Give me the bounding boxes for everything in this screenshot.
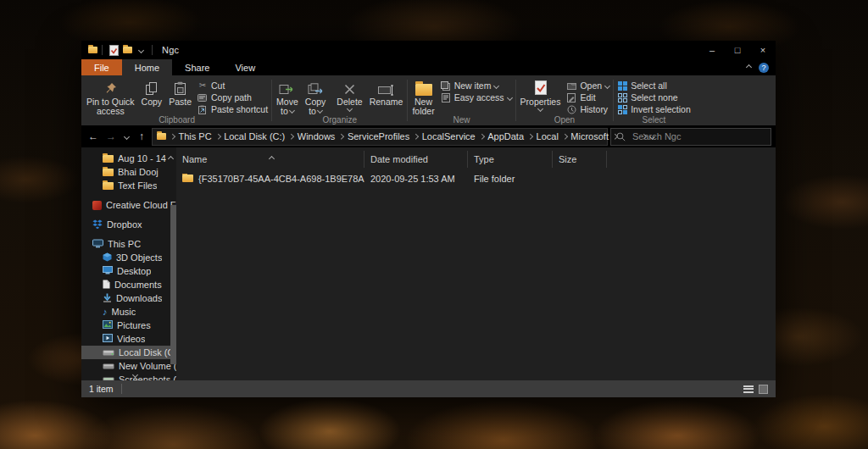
edit-button[interactable]: Edit xyxy=(564,91,612,103)
breadcrumb-separator xyxy=(413,134,418,139)
rename-icon xyxy=(378,85,394,96)
drive-icon xyxy=(103,361,114,371)
copy-path-icon xyxy=(198,94,208,102)
qat-customize-dropdown[interactable] xyxy=(134,42,147,58)
file-row[interactable]: {F35170B7-45AA-4CB4-A698-1B9E78ACD713} 2… xyxy=(176,169,776,187)
videos-icon xyxy=(103,334,113,344)
column-headers: Name Date modified Type Size xyxy=(176,151,776,168)
title-bar[interactable]: Ngc – □ × xyxy=(81,41,776,59)
up-button[interactable]: ↑ xyxy=(134,128,149,145)
pin-to-quick-access-button[interactable]: Pin to Quick access xyxy=(83,77,138,115)
breadcrumb-serviceprofiles[interactable]: ServiceProfiles xyxy=(348,131,409,141)
forward-button[interactable]: → xyxy=(103,128,119,145)
easy-access-button[interactable]: Easy access xyxy=(438,91,515,103)
column-header-size[interactable]: Size xyxy=(553,151,607,168)
sidebar-scroll-down-icon[interactable] xyxy=(133,369,137,379)
back-button[interactable]: ← xyxy=(86,128,101,145)
group-label-open: Open xyxy=(517,115,613,125)
open-button[interactable]: Open xyxy=(564,80,612,91)
breadcrumb-microsoft[interactable]: Microsoft xyxy=(570,131,609,141)
breadcrumb-local-disk[interactable]: Local Disk (C:) xyxy=(224,131,285,141)
paste-button[interactable]: Paste xyxy=(165,77,195,107)
properties-button[interactable]: Properties xyxy=(517,77,565,111)
sidebar-item-screenshots-network[interactable]: Screenshots (\\1 xyxy=(81,373,176,380)
chevron-down-icon xyxy=(493,82,499,88)
paste-shortcut-button[interactable]: Paste shortcut xyxy=(195,103,270,115)
chevron-down-icon xyxy=(317,108,323,114)
breadcrumb-windows[interactable]: Windows xyxy=(298,131,336,141)
sidebar-item-pictures[interactable]: Pictures xyxy=(81,319,176,332)
maximize-button[interactable]: □ xyxy=(725,41,750,59)
easy-access-icon xyxy=(441,93,451,103)
chevron-down-icon xyxy=(123,133,129,139)
large-icons-view-button[interactable] xyxy=(759,385,768,394)
pin-icon xyxy=(104,82,117,96)
sidebar-scrollbar[interactable] xyxy=(170,205,176,364)
ribbon-divider xyxy=(407,80,408,121)
sidebar-scroll-up-icon[interactable] xyxy=(169,152,173,163)
select-all-button[interactable]: Select all xyxy=(615,80,693,91)
address-bar[interactable]: This PC Local Disk (C:) Windows ServiceP… xyxy=(152,128,608,146)
folder-icon xyxy=(103,169,114,176)
sidebar-item-dropbox[interactable]: Dropbox xyxy=(81,218,176,231)
sidebar-item-documents[interactable]: Documents xyxy=(81,278,176,291)
copy-icon xyxy=(145,81,159,96)
chevron-down-icon xyxy=(507,94,513,100)
new-item-button[interactable]: New item xyxy=(438,80,515,91)
ribbon-group-new: New folder New item Easy access xyxy=(409,76,514,125)
qat-properties-button[interactable] xyxy=(107,42,120,58)
sidebar-item-this-pc[interactable]: This PC xyxy=(81,237,176,251)
ribbon-tab-row: File Home Share View ? xyxy=(81,59,776,75)
breadcrumb-local[interactable]: Local xyxy=(537,131,559,141)
select-none-button[interactable]: Select none xyxy=(615,91,693,103)
sidebar-item-aug-10-14[interactable]: Aug 10 - 14 xyxy=(81,152,176,165)
copy-button[interactable]: Copy xyxy=(138,77,166,107)
column-header-name[interactable]: Name xyxy=(176,151,364,168)
invert-selection-button[interactable]: Invert selection xyxy=(615,103,693,115)
rename-button[interactable]: Rename xyxy=(366,77,407,107)
divider xyxy=(102,45,103,55)
help-icon[interactable]: ? xyxy=(759,63,769,73)
sidebar-item-local-disk-c[interactable]: Local Disk (C:) xyxy=(81,346,176,359)
column-header-type[interactable]: Type xyxy=(468,151,553,168)
minimize-button[interactable]: – xyxy=(699,41,725,59)
tab-home[interactable]: Home xyxy=(122,59,172,75)
close-button[interactable]: × xyxy=(750,41,776,59)
sidebar-item-3d-objects[interactable]: 3D Objects xyxy=(81,251,176,264)
tab-share[interactable]: Share xyxy=(172,59,222,75)
column-header-date-modified[interactable]: Date modified xyxy=(364,151,468,168)
cut-button[interactable]: ✂ Cut xyxy=(195,80,270,91)
divider xyxy=(121,384,122,394)
delete-button[interactable]: Delete xyxy=(333,77,365,111)
folder-icon xyxy=(103,182,114,190)
search-box[interactable] xyxy=(610,128,771,146)
history-button[interactable]: History xyxy=(564,103,612,115)
sidebar-item-music[interactable]: ♪Music xyxy=(81,305,176,319)
qat-new-folder-button[interactable] xyxy=(120,42,134,58)
sidebar-item-desktop[interactable]: Desktop xyxy=(81,264,176,278)
ribbon-group-clipboard: Pin to Quick access Copy Paste ✂ xyxy=(83,76,270,125)
sidebar-item-bhai-dooj[interactable]: Bhai Dooj xyxy=(81,165,176,179)
breadcrumb-this-pc[interactable]: This PC xyxy=(179,131,212,141)
location-folder-icon xyxy=(157,133,166,140)
copy-path-button[interactable]: Copy path xyxy=(195,91,270,103)
collapse-ribbon-icon[interactable] xyxy=(746,64,752,70)
sidebar-item-new-volume-d[interactable]: New Volume (D: xyxy=(81,359,176,373)
sidebar-item-downloads[interactable]: Downloads xyxy=(81,291,176,305)
copy-to-icon xyxy=(308,83,324,96)
breadcrumb-separator xyxy=(338,134,343,139)
recent-locations-dropdown[interactable] xyxy=(121,128,131,145)
move-to-button[interactable]: Move to xyxy=(273,77,302,115)
breadcrumb-appdata[interactable]: AppData xyxy=(487,131,524,141)
copy-to-button[interactable]: Copy to xyxy=(302,77,330,115)
sidebar-item-creative-cloud[interactable]: Creative Cloud Fil xyxy=(81,198,176,212)
details-view-button[interactable] xyxy=(743,385,754,394)
chevron-down-icon xyxy=(289,108,295,114)
breadcrumb-localservice[interactable]: LocalService xyxy=(422,131,476,141)
sidebar-item-videos[interactable]: Videos xyxy=(81,332,176,346)
tab-file[interactable]: File xyxy=(81,59,122,75)
local-disk-icon xyxy=(103,347,114,358)
tab-view[interactable]: View xyxy=(222,59,268,75)
sidebar-item-text-files[interactable]: Text Files xyxy=(81,179,176,192)
new-folder-button[interactable]: New folder xyxy=(409,77,437,115)
